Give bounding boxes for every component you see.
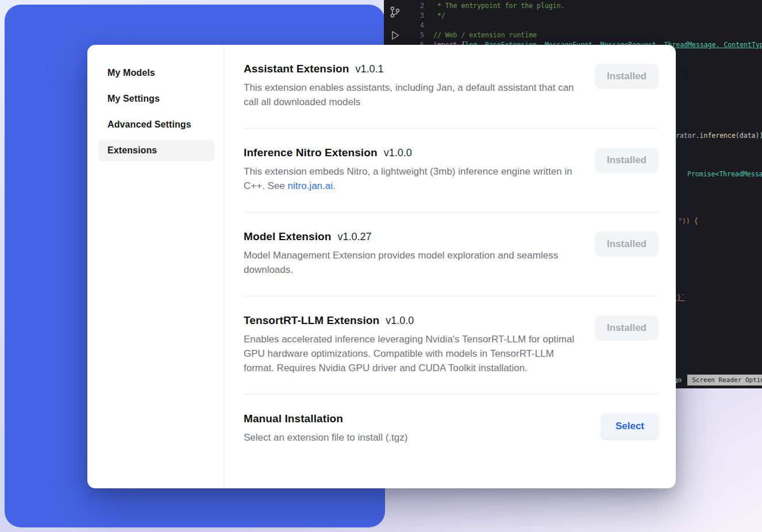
code-text: ")) { — [678, 217, 698, 225]
code-text: // Web / extension runtime — [433, 30, 537, 40]
description-text: . — [333, 180, 336, 191]
installed-button[interactable]: Installed — [595, 148, 659, 173]
source-control-icon[interactable] — [388, 6, 401, 21]
screenshot-stage: 2 * The entrypoint for the plugin. 3 */ … — [0, 0, 762, 532]
extension-description: This extension enables assistants, inclu… — [244, 80, 576, 109]
extension-title-row: TensortRT-LLM Extensionv1.0.0 — [244, 314, 576, 327]
sidebar-item-my-models[interactable]: My Models — [98, 62, 215, 84]
code-text: */ — [433, 11, 445, 21]
code-text: rator. — [676, 132, 700, 140]
code-line: 5 // Web / extension runtime — [409, 30, 762, 40]
settings-sidebar: My Models My Settings Advanced Settings … — [87, 45, 224, 488]
line-number: 2 — [409, 1, 428, 11]
code-fragment: Promise<ThreadMessage> — [687, 169, 762, 179]
extension-title-row: Inference Nitro Extensionv1.0.0 — [244, 147, 576, 159]
extension-name: Model Extension — [244, 230, 331, 242]
line-number: 4 — [409, 21, 428, 30]
editor-status-bar: go Screen Reader Optimized — [674, 375, 762, 385]
extension-name: TensortRT-LLM Extension — [244, 314, 379, 326]
extension-info: Manual Installation Select an extension … — [244, 413, 407, 445]
extension-description: Select an extension file to install (.tg… — [244, 430, 407, 445]
extension-title-row: Assistant Extensionv1.0.1 — [244, 63, 576, 75]
settings-card: My Models My Settings Advanced Settings … — [87, 45, 676, 488]
screen-reader-status-chip[interactable]: Screen Reader Optimized — [687, 375, 762, 385]
code-line: 3 */ — [409, 11, 762, 21]
extension-info: Model Extensionv1.0.27 Model Management … — [244, 230, 576, 277]
installed-button[interactable]: Installed — [595, 315, 659, 341]
code-text: * The entrypoint for the plugin. — [433, 1, 565, 11]
extension-info: TensortRT-LLM Extensionv1.0.0 Enables ac… — [244, 314, 576, 375]
extension-title-row: Manual Installation — [244, 413, 407, 425]
installed-button[interactable]: Installed — [595, 64, 659, 89]
extension-description: This extension embeds Nitro, a lightweig… — [244, 164, 576, 193]
line-number: 5 — [409, 30, 428, 40]
sidebar-item-advanced-settings[interactable]: Advanced Settings — [98, 114, 215, 136]
line-number: 3 — [409, 11, 428, 21]
extensions-list: Assistant Extensionv1.0.1 This extension… — [224, 45, 676, 488]
extension-name: Manual Installation — [244, 413, 343, 425]
extension-info: Assistant Extensionv1.0.1 This extension… — [244, 63, 576, 109]
extension-row-inference-nitro: Inference Nitro Extensionv1.0.0 This ext… — [244, 129, 659, 213]
extension-name: Assistant Extension — [244, 63, 349, 75]
extension-info: Inference Nitro Extensionv1.0.0 This ext… — [244, 147, 576, 193]
run-icon[interactable] — [390, 30, 401, 44]
code-area: 2 * The entrypoint for the plugin. 3 */ … — [409, 1, 762, 50]
extension-row-model: Model Extensionv1.0.27 Model Management … — [244, 213, 659, 296]
code-line: 2 * The entrypoint for the plugin. — [409, 1, 762, 11]
extension-description: Model Management Extension provides mode… — [244, 248, 576, 277]
code-line: 4 — [409, 21, 762, 30]
code-fragment: rator.inference(data)); — [676, 131, 762, 141]
extension-version: v1.0.1 — [356, 63, 384, 75]
code-text: (data)); — [736, 132, 762, 140]
installed-button[interactable]: Installed — [595, 232, 659, 257]
extension-row-tensorrt-llm: TensortRT-LLM Extensionv1.0.0 Enables ac… — [244, 296, 659, 395]
sidebar-item-extensions[interactable]: Extensions — [98, 140, 215, 161]
extension-version: v1.0.0 — [384, 147, 412, 159]
code-text: inference — [700, 132, 736, 140]
extension-title-row: Model Extensionv1.0.27 — [244, 230, 576, 243]
extension-version: v1.0.0 — [386, 315, 414, 326]
select-button[interactable]: Select — [601, 414, 659, 439]
sidebar-item-my-settings[interactable]: My Settings — [98, 88, 215, 110]
extension-name: Inference Nitro Extension — [244, 147, 378, 159]
extension-version: v1.0.27 — [337, 231, 371, 242]
extension-description: Enables accelerated inference leveraging… — [244, 332, 576, 375]
nitro-jan-ai-link[interactable]: nitro.jan.ai — [288, 180, 333, 191]
extension-row-manual-installation: Manual Installation Select an extension … — [244, 395, 659, 464]
code-fragment: ")) { — [678, 217, 698, 226]
extension-row-assistant: Assistant Extensionv1.0.1 This extension… — [244, 45, 659, 129]
